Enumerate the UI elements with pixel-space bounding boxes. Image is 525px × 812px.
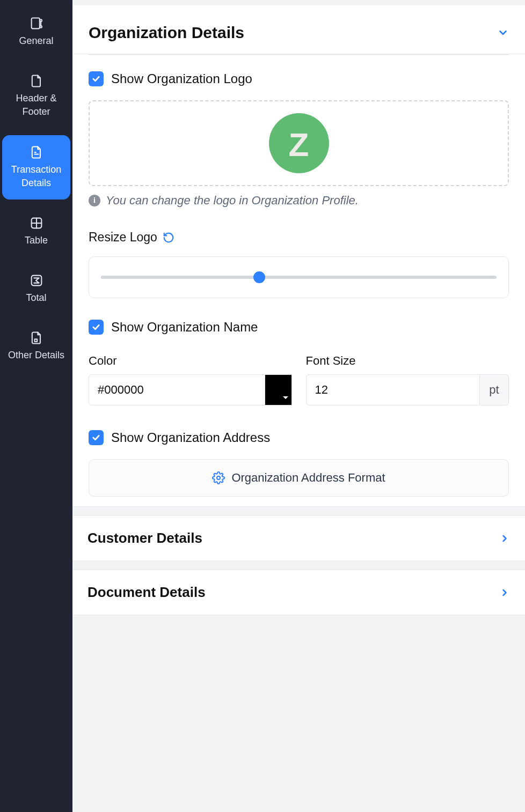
- show-org-logo-checkbox[interactable]: [89, 71, 104, 86]
- reset-icon[interactable]: [163, 232, 174, 243]
- color-input[interactable]: [89, 374, 265, 405]
- customer-details-section[interactable]: Customer Details: [72, 515, 525, 561]
- chevron-right-icon: [499, 587, 510, 598]
- chevron-right-icon: [499, 533, 510, 544]
- sidebar: General Header & Footer Transaction Deta…: [0, 0, 72, 812]
- organization-details-title: Organization Details: [89, 24, 244, 42]
- show-org-name-label: Show Organization Name: [111, 320, 258, 335]
- color-swatch[interactable]: [265, 374, 292, 405]
- document-details-section[interactable]: Document Details: [72, 570, 525, 615]
- organization-details-header[interactable]: Organization Details: [72, 5, 525, 54]
- check-icon: [91, 74, 101, 84]
- info-icon: i: [89, 195, 100, 206]
- sidebar-item-label: General: [19, 34, 53, 48]
- show-org-logo-row: Show Organization Logo: [89, 71, 509, 86]
- sidebar-item-other-details[interactable]: Other Details: [2, 321, 70, 372]
- svg-rect-0: [31, 18, 39, 29]
- logo-preview: Z: [89, 100, 509, 186]
- sidebar-item-label: Other Details: [8, 349, 64, 362]
- main-content: Organization Details Show Organization L…: [72, 0, 525, 812]
- transaction-icon: [29, 145, 44, 160]
- resize-logo-slider[interactable]: [89, 256, 509, 298]
- show-org-address-label: Show Organization Address: [111, 430, 270, 445]
- resize-logo-block: Resize Logo: [89, 230, 509, 298]
- logo-hint-text: You can change the logo in Organization …: [106, 194, 359, 208]
- sidebar-item-header-footer[interactable]: Header & Footer: [2, 64, 70, 128]
- sidebar-item-transaction-details[interactable]: Transaction Details: [2, 135, 70, 200]
- color-label: Color: [89, 354, 292, 368]
- document-icon: [29, 73, 44, 88]
- sidebar-item-total[interactable]: Total: [2, 263, 70, 314]
- show-org-address-checkbox[interactable]: [89, 430, 104, 445]
- sidebar-item-label: Transaction Details: [8, 163, 65, 190]
- divider: [89, 54, 509, 55]
- sidebar-item-label: Header & Footer: [8, 92, 65, 119]
- org-address-format-label: Organization Address Format: [231, 471, 385, 485]
- fontsize-field: Font Size pt: [306, 354, 509, 405]
- show-org-name-row: Show Organization Name: [89, 320, 509, 335]
- fontsize-input[interactable]: [306, 374, 480, 405]
- slider-handle[interactable]: [253, 271, 265, 283]
- org-address-format-button[interactable]: Organization Address Format: [89, 459, 509, 497]
- document-details-title: Document Details: [88, 584, 206, 601]
- logo-hint-row: i You can change the logo in Organizatio…: [89, 194, 509, 208]
- show-org-name-checkbox[interactable]: [89, 320, 104, 335]
- svg-rect-5: [34, 339, 37, 342]
- chevron-down-icon: [497, 27, 509, 39]
- show-org-address-row: Show Organization Address: [89, 430, 509, 445]
- sidebar-item-label: Table: [25, 234, 48, 247]
- show-org-logo-label: Show Organization Logo: [111, 71, 252, 86]
- customer-details-title: Customer Details: [88, 530, 202, 547]
- sidebar-item-table[interactable]: Table: [2, 206, 70, 257]
- check-icon: [91, 322, 101, 332]
- color-field: Color: [89, 354, 292, 405]
- sidebar-item-label: Total: [26, 291, 46, 305]
- check-icon: [91, 433, 101, 442]
- resize-logo-label: Resize Logo: [89, 230, 157, 245]
- sidebar-item-general[interactable]: General: [2, 6, 70, 57]
- general-icon: [29, 16, 44, 31]
- svg-point-6: [217, 476, 220, 479]
- table-icon: [29, 216, 44, 231]
- other-details-icon: [29, 330, 44, 345]
- fontsize-unit: pt: [480, 374, 509, 405]
- gear-icon: [212, 471, 225, 484]
- fontsize-label: Font Size: [306, 354, 509, 368]
- organization-details-section: Organization Details Show Organization L…: [72, 5, 525, 507]
- logo-letter: Z: [289, 126, 309, 164]
- organization-logo: Z: [269, 113, 329, 173]
- total-icon: [29, 273, 44, 288]
